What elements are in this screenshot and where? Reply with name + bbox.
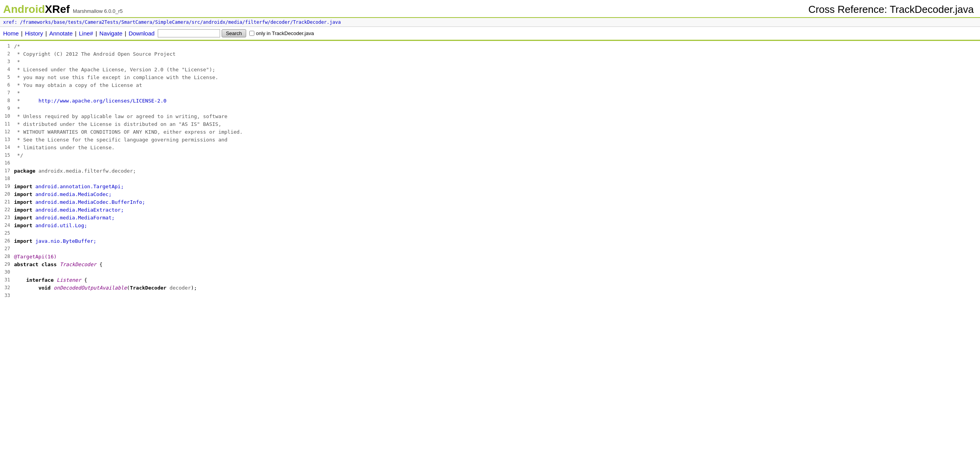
line-number: 23 <box>0 214 14 221</box>
import-link[interactable]: android.util.Log; <box>35 223 87 228</box>
table-row: 7 * <box>0 89 980 97</box>
line-number: 14 <box>0 144 14 151</box>
nav-download[interactable]: Download <box>129 30 155 37</box>
line-number: 26 <box>0 237 14 244</box>
table-row: 26import java.nio.ByteBuffer; <box>0 237 980 245</box>
table-row: 4 * Licensed under the Apache License, V… <box>0 66 980 74</box>
line-number: 21 <box>0 198 14 205</box>
logo-version: Marshmallow 6.0.0_r5 <box>73 8 123 14</box>
line-content: /* <box>14 42 20 50</box>
table-row: 14 * limitations under the License. <box>0 144 980 152</box>
line-content: * limitations under the License. <box>14 144 115 152</box>
line-number: 5 <box>0 74 14 81</box>
line-number: 1 <box>0 42 14 49</box>
table-row: 31 interface Listener { <box>0 276 980 284</box>
table-row: 22import android.media.MediaExtractor; <box>0 206 980 214</box>
import-link[interactable]: android.media.MediaCodec.BufferInfo; <box>35 199 145 205</box>
line-content: import android.util.Log; <box>14 222 87 230</box>
table-row: 17package androidx.media.filterfw.decode… <box>0 167 980 175</box>
table-row: 29abstract class TrackDecoder { <box>0 261 980 269</box>
import-link[interactable]: android.media.MediaCodec; <box>35 191 112 197</box>
line-number: 16 <box>0 159 14 166</box>
table-row: 2 * Copyright (C) 2012 The Android Open … <box>0 50 980 58</box>
table-row: 25 <box>0 230 980 237</box>
line-content: * distributed under the License is distr… <box>14 120 221 128</box>
line-number: 27 <box>0 245 14 252</box>
only-checkbox[interactable] <box>249 31 254 36</box>
table-row: 5 * you may not use this file except in … <box>0 74 980 81</box>
nav-home[interactable]: Home <box>3 30 19 37</box>
line-content: * See the License for the specific langu… <box>14 136 227 144</box>
line-content: */ <box>14 152 23 159</box>
table-row: 23import android.media.MediaFormat; <box>0 214 980 222</box>
line-content: * WITHOUT WARRANTIES OR CONDITIONS OF AN… <box>14 128 243 136</box>
line-number: 31 <box>0 276 14 283</box>
line-number: 6 <box>0 81 14 88</box>
line-content: abstract class TrackDecoder { <box>14 261 102 269</box>
site-logo: AndroidXRef <box>3 3 70 16</box>
line-number: 17 <box>0 167 14 174</box>
line-number: 8 <box>0 97 14 104</box>
table-row: 28@TargetApi(16) <box>0 253 980 261</box>
search-button[interactable]: Search <box>222 29 246 37</box>
table-row: 8 * http://www.apache.org/licenses/LICEN… <box>0 97 980 105</box>
line-number: 13 <box>0 136 14 143</box>
nav-history[interactable]: History <box>25 30 43 37</box>
table-row: 15 */ <box>0 152 980 159</box>
nav-annotate[interactable]: Annotate <box>49 30 73 37</box>
import-link[interactable]: java.nio.ByteBuffer; <box>35 238 97 244</box>
table-row: 10 * Unless required by applicable law o… <box>0 113 980 120</box>
line-content: * You may obtain a copy of the License a… <box>14 81 142 89</box>
line-number: 33 <box>0 292 14 299</box>
line-number: 30 <box>0 269 14 276</box>
table-row: 9 * <box>0 105 980 113</box>
import-link[interactable]: android.media.MediaFormat; <box>35 215 115 221</box>
table-row: 24import android.util.Log; <box>0 222 980 230</box>
line-content: interface Listener { <box>14 276 87 284</box>
line-content: import android.annotation.TargetApi; <box>14 183 124 191</box>
import-link[interactable]: android.media.MediaExtractor; <box>35 207 124 213</box>
table-row: 19import android.annotation.TargetApi; <box>0 183 980 191</box>
import-link[interactable]: android.annotation.TargetApi; <box>35 184 124 189</box>
only-label: only in TrackDecoder.java <box>256 30 314 36</box>
line-number: 29 <box>0 261 14 268</box>
line-content: * <box>14 89 20 97</box>
line-number: 12 <box>0 128 14 135</box>
table-row: 16 <box>0 159 980 167</box>
line-number: 24 <box>0 222 14 229</box>
nav-navigate[interactable]: Navigate <box>99 30 122 37</box>
table-row: 13 * See the License for the specific la… <box>0 136 980 144</box>
line-number: 28 <box>0 253 14 260</box>
line-number: 32 <box>0 284 14 291</box>
table-row: 20import android.media.MediaCodec; <box>0 191 980 198</box>
line-content: import android.media.MediaExtractor; <box>14 206 124 214</box>
line-content: void onDecodedOutputAvailable(TrackDecod… <box>14 284 197 292</box>
line-content: * Licensed under the Apache License, Ver… <box>14 66 215 74</box>
line-content: * <box>14 105 20 113</box>
table-row: 11 * distributed under the License is di… <box>0 120 980 128</box>
line-content: import android.media.MediaFormat; <box>14 214 115 222</box>
line-number: 10 <box>0 113 14 120</box>
breadcrumb: xref: /frameworks/base/tests/Camera2Test… <box>0 18 980 27</box>
line-content: * Copyright (C) 2012 The Android Open So… <box>14 50 176 58</box>
license-link[interactable]: http://www.apache.org/licenses/LICENSE-2… <box>39 98 167 104</box>
line-content: import android.media.MediaCodec.BufferIn… <box>14 198 145 206</box>
table-row: 27 <box>0 245 980 253</box>
line-number: 18 <box>0 175 14 182</box>
line-content: * Unless required by applicable law or a… <box>14 113 227 120</box>
line-number: 3 <box>0 58 14 65</box>
table-row: 1/* <box>0 42 980 50</box>
search-input[interactable] <box>158 29 220 37</box>
table-row: 3 * <box>0 58 980 66</box>
table-row: 12 * WITHOUT WARRANTIES OR CONDITIONS OF… <box>0 128 980 136</box>
line-content: import java.nio.ByteBuffer; <box>14 237 96 245</box>
line-number: 4 <box>0 66 14 73</box>
line-number: 2 <box>0 50 14 57</box>
line-number: 25 <box>0 230 14 237</box>
line-content: package androidx.media.filterfw.decoder; <box>14 167 136 175</box>
table-row: 6 * You may obtain a copy of the License… <box>0 81 980 89</box>
table-row: 33 <box>0 292 980 300</box>
nav-line[interactable]: Line# <box>79 30 93 37</box>
page-title: Cross Reference: TrackDecoder.java <box>808 4 974 16</box>
line-number: 11 <box>0 120 14 127</box>
